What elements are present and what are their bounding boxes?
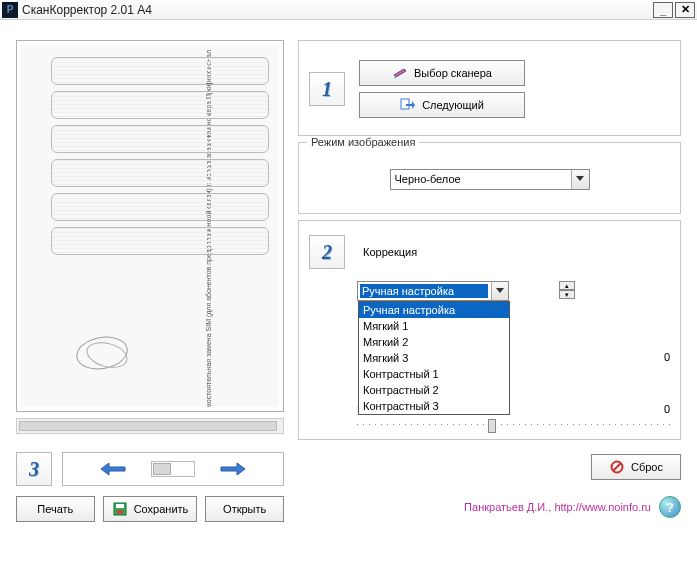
dd-item[interactable]: Мягкий 2 — [359, 334, 509, 350]
scanner-group: 1 Выбор сканера Следующий — [298, 40, 681, 136]
print-label: Печать — [37, 503, 73, 515]
dd-item[interactable]: Мягкий 3 — [359, 350, 509, 366]
preview-scrollbar[interactable] — [16, 418, 284, 434]
svg-line-5 — [613, 463, 621, 471]
app-icon: P — [2, 2, 18, 18]
save-button[interactable]: Сохранить — [103, 496, 198, 522]
arrow-left-icon — [99, 461, 127, 477]
select-scanner-label: Выбор сканера — [414, 67, 492, 79]
page-slider[interactable] — [151, 461, 195, 477]
minimize-button[interactable]: _ — [653, 2, 673, 18]
scanner-icon — [392, 65, 408, 81]
save-label: Сохранить — [134, 503, 189, 515]
dd-item[interactable]: Мягкий 1 — [359, 318, 509, 334]
chevron-down-icon — [491, 282, 508, 300]
preview-frame: Самостоятельная замена SIM (для абоненто… — [16, 40, 284, 412]
select-scanner-button[interactable]: Выбор сканера — [359, 60, 525, 86]
help-button[interactable]: ? — [659, 496, 681, 518]
step-3-badge: 3 — [16, 452, 52, 486]
page-prev-button[interactable] — [91, 458, 135, 480]
dd-item[interactable]: Контрастный 3 — [359, 398, 509, 414]
next-icon — [400, 97, 416, 113]
next-scan-button[interactable]: Следующий — [359, 92, 525, 118]
dd-item[interactable]: Контрастный 1 — [359, 366, 509, 382]
page-next-button[interactable] — [211, 458, 255, 480]
close-button[interactable]: ✕ — [675, 2, 695, 18]
svg-rect-2 — [117, 510, 123, 514]
reset-button[interactable]: Сброс — [591, 454, 681, 480]
window-title: СканКорректор 2.01 A4 — [22, 3, 651, 17]
svg-rect-1 — [116, 504, 124, 508]
correction-preset-combo[interactable]: Ручная настройка Ручная настройка Мягкий… — [357, 281, 509, 301]
hidden-slider-value: 0 — [664, 351, 670, 363]
open-label: Открыть — [223, 503, 266, 515]
step-2-badge: 2 — [309, 235, 345, 269]
signature-stamp — [76, 337, 146, 377]
reset-label: Сброс — [631, 461, 663, 473]
spin-down-icon[interactable]: ▾ — [559, 290, 575, 299]
spin-up-icon[interactable]: ▴ — [559, 281, 575, 290]
titlebar: P СканКорректор 2.01 A4 _ ✕ — [0, 0, 697, 20]
open-button[interactable]: Открыть — [205, 496, 284, 522]
dd-item[interactable]: Контрастный 2 — [359, 382, 509, 398]
correction-group: 2 Коррекция Ручная настройка Ручная наст… — [298, 220, 681, 440]
correction-legend: Коррекция — [363, 246, 417, 258]
image-mode-legend: Режим изображения — [307, 136, 419, 148]
print-button[interactable]: Печать — [16, 496, 95, 522]
image-mode-value: Черно-белое — [395, 173, 461, 185]
arrow-right-icon — [219, 461, 247, 477]
step-1-badge: 1 — [309, 72, 345, 106]
next-scan-label: Следующий — [422, 99, 484, 111]
contrast-value: 0 — [640, 403, 670, 415]
chevron-down-icon — [571, 170, 589, 189]
correction-preset-dropdown[interactable]: Ручная настройка Мягкий 1 Мягкий 2 Мягки… — [358, 301, 510, 415]
prohibit-icon — [609, 459, 625, 475]
image-mode-select[interactable]: Черно-белое — [390, 169, 590, 190]
spinner[interactable]: ▴ ▾ — [559, 281, 575, 299]
credit-text: Панкратьев Д.И., http://www.noinfo.ru — [464, 501, 651, 513]
save-icon — [112, 501, 128, 517]
dd-item[interactable]: Ручная настройка — [359, 302, 509, 318]
contrast-slider[interactable] — [357, 415, 670, 435]
scan-preview[interactable]: Самостоятельная замена SIM (для абоненто… — [21, 45, 279, 407]
image-mode-group: Режим изображения Черно-белое — [298, 142, 681, 214]
correction-preset-selected: Ручная настройка — [360, 284, 488, 298]
